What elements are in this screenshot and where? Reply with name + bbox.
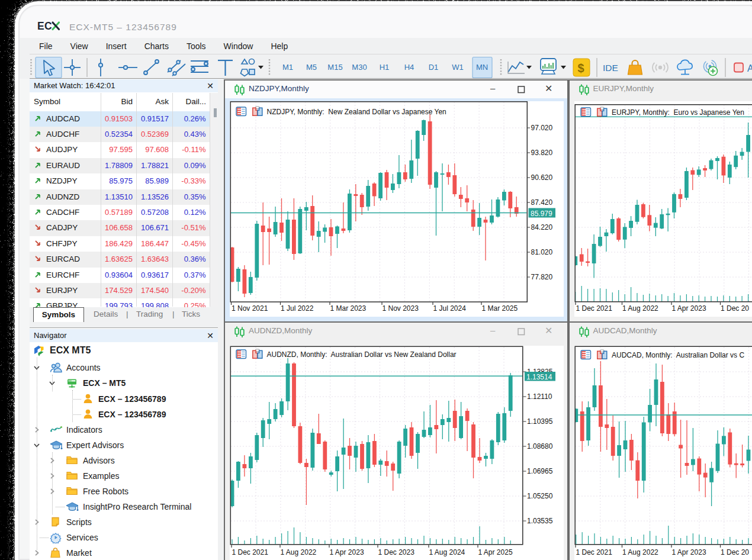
svg-text:A: A <box>747 63 752 73</box>
svg-text:$: $ <box>578 62 584 75</box>
svg-text:EC: EC <box>37 20 52 32</box>
svg-text:ECX-MT5 – 123456789: ECX-MT5 – 123456789 <box>69 22 177 32</box>
svg-text:IDE: IDE <box>603 63 618 73</box>
